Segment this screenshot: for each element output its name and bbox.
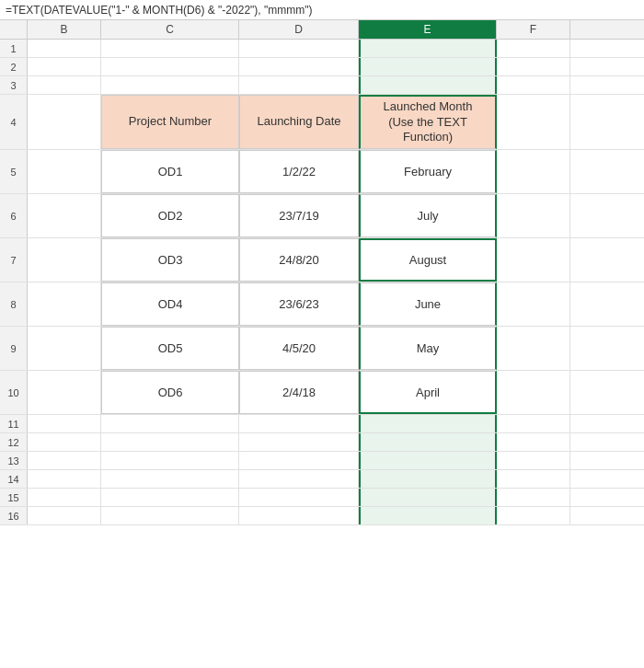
cell-e13[interactable] [359, 452, 497, 469]
cell-e9[interactable]: May [359, 327, 497, 370]
cell-e2[interactable] [359, 58, 497, 75]
cell-e3[interactable] [359, 76, 497, 94]
cell-c11[interactable] [101, 415, 239, 432]
cell-e10[interactable]: April [359, 371, 497, 414]
grid-row-11: 11 [0, 415, 644, 433]
cell-e5[interactable]: February [359, 150, 497, 193]
cell-d6[interactable]: 23/7/19 [239, 194, 359, 237]
header-project-number: Project Number [129, 114, 212, 130]
cell-d9[interactable]: 4/5/20 [239, 327, 359, 370]
cell-b2[interactable] [28, 58, 101, 75]
grid-row-10: 10 OD6 2/4/18 April [0, 371, 644, 415]
cell-d3[interactable] [239, 76, 359, 94]
cell-d12[interactable] [239, 433, 359, 451]
cell-f1[interactable] [497, 40, 570, 57]
cell-c7[interactable]: OD3 [101, 238, 239, 282]
cell-f14[interactable] [497, 470, 570, 488]
col-header-f[interactable]: F [497, 20, 570, 39]
cell-b13[interactable] [28, 452, 101, 469]
cell-d8[interactable]: 23/6/23 [239, 282, 359, 326]
cell-e14[interactable] [359, 470, 497, 488]
cell-e4-header[interactable]: Launched Month (Use the TEXT Function) [359, 95, 497, 149]
cell-c9[interactable]: OD5 [101, 327, 239, 370]
cell-e12[interactable] [359, 433, 497, 451]
cell-b12[interactable] [28, 433, 101, 451]
grid-row-6: 6 OD2 23/7/19 July [0, 194, 644, 238]
cell-e15[interactable] [359, 489, 497, 506]
cell-b6[interactable] [28, 194, 101, 237]
col-header-e[interactable]: E [359, 20, 497, 39]
cell-f11[interactable] [497, 415, 570, 432]
cell-f6[interactable] [497, 194, 570, 237]
cell-f2[interactable] [497, 58, 570, 75]
cell-d5[interactable]: 1/2/22 [239, 150, 359, 193]
cell-f7[interactable] [497, 238, 570, 282]
cell-b10[interactable] [28, 371, 101, 414]
col-header-d[interactable]: D [239, 20, 359, 39]
cell-f5[interactable] [497, 150, 570, 193]
cell-c13[interactable] [101, 452, 239, 469]
cell-f15[interactable] [497, 489, 570, 506]
cell-f10[interactable] [497, 371, 570, 414]
cell-b11[interactable] [28, 415, 101, 432]
cell-f3[interactable] [497, 76, 570, 94]
cell-d4-header[interactable]: Launching Date [239, 95, 359, 149]
cell-f9[interactable] [497, 327, 570, 370]
cell-e1[interactable] [359, 40, 497, 57]
spreadsheet: B C D E F 1 2 3 [0, 20, 644, 668]
cell-c10[interactable]: OD6 [101, 371, 239, 414]
cell-e11[interactable] [359, 415, 497, 432]
cell-f16[interactable] [497, 507, 570, 524]
cell-f13[interactable] [497, 452, 570, 469]
cell-b16[interactable] [28, 507, 101, 524]
cell-d2[interactable] [239, 58, 359, 75]
row-num-5: 5 [0, 150, 28, 193]
cell-b9[interactable] [28, 327, 101, 370]
row-num-14: 14 [0, 470, 28, 488]
row-num-12: 12 [0, 433, 28, 451]
cell-d1[interactable] [239, 40, 359, 57]
cell-c6[interactable]: OD2 [101, 194, 239, 237]
cell-b4[interactable] [28, 95, 101, 149]
cell-c4-header[interactable]: Project Number [101, 95, 239, 149]
grid: 1 2 3 4 [0, 40, 644, 668]
cell-d10[interactable]: 2/4/18 [239, 371, 359, 414]
cell-f8[interactable] [497, 282, 570, 326]
cell-e16[interactable] [359, 507, 497, 524]
row-num-16: 16 [0, 507, 28, 524]
cell-c16[interactable] [101, 507, 239, 524]
cell-b14[interactable] [28, 470, 101, 488]
row-num-2: 2 [0, 58, 28, 75]
cell-c2[interactable] [101, 58, 239, 75]
grid-row-15: 15 [0, 489, 644, 507]
row-num-15: 15 [0, 489, 28, 506]
cell-b8[interactable] [28, 282, 101, 326]
cell-c1[interactable] [101, 40, 239, 57]
cell-d15[interactable] [239, 489, 359, 506]
cell-b3[interactable] [28, 76, 101, 94]
col-header-b[interactable]: B [28, 20, 101, 39]
cell-b15[interactable] [28, 489, 101, 506]
cell-c8[interactable]: OD4 [101, 282, 239, 326]
cell-b7[interactable] [28, 238, 101, 282]
cell-c12[interactable] [101, 433, 239, 451]
cell-b1[interactable] [28, 40, 101, 57]
cell-d13[interactable] [239, 452, 359, 469]
cell-d16[interactable] [239, 507, 359, 524]
cell-e7-active[interactable]: August [359, 238, 497, 282]
cell-e8[interactable]: June [359, 282, 497, 326]
cell-d11[interactable] [239, 415, 359, 432]
cell-e6[interactable]: July [359, 194, 497, 237]
cell-f12[interactable] [497, 433, 570, 451]
cell-d7[interactable]: 24/8/20 [239, 238, 359, 282]
cell-b5[interactable] [28, 150, 101, 193]
grid-row-3: 3 [0, 76, 644, 95]
cell-c15[interactable] [101, 489, 239, 506]
cell-c3[interactable] [101, 76, 239, 94]
cell-d14[interactable] [239, 470, 359, 488]
cell-c5[interactable]: OD1 [101, 150, 239, 193]
cell-f4[interactable] [497, 95, 570, 149]
col-header-c[interactable]: C [101, 20, 239, 39]
row-num-9: 9 [0, 327, 28, 370]
cell-c14[interactable] [101, 470, 239, 488]
